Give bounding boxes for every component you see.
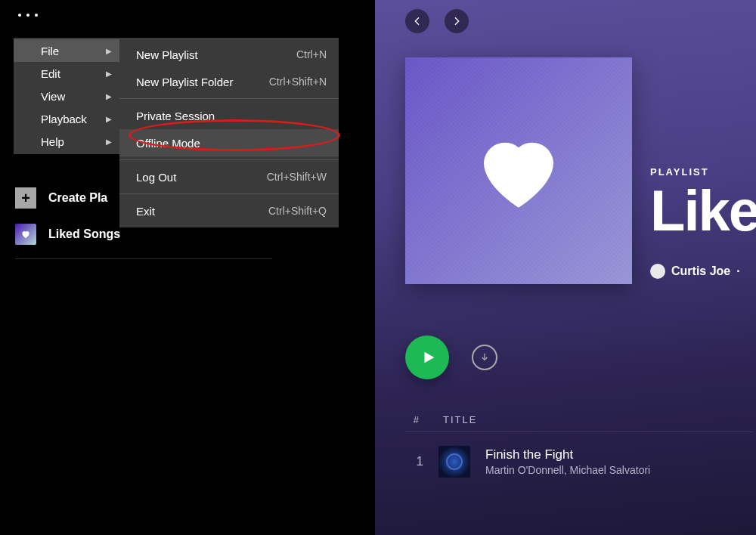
heart-icon: [15, 224, 36, 245]
track-title: Finish the Fight: [485, 447, 650, 462]
main-content: PLAYLIST Like Curtis Joe · # TITLE: [375, 0, 756, 535]
owner-name: Curtis Joe: [671, 264, 730, 278]
track-artist: Martin O'Donnell, Michael Salvatori: [485, 464, 650, 476]
menubar: File ▶ Edit ▶ View ▶ Playback ▶ Help ▶: [14, 38, 119, 154]
sidebar-panel: File ▶ Edit ▶ View ▶ Playback ▶ Help ▶: [0, 0, 375, 535]
menu-separator: [119, 193, 339, 194]
playlist-title: Like: [650, 182, 756, 240]
submenu-private-session[interactable]: Private Session: [119, 102, 339, 129]
file-submenu: New Playlist Ctrl+N New Playlist Folder …: [119, 38, 339, 227]
sidebar-item-label: Create Pla: [48, 191, 107, 205]
avatar: [650, 264, 665, 279]
track-header: # TITLE: [405, 414, 753, 432]
track-thumbnail: [438, 446, 470, 478]
submenu-label: New Playlist: [136, 48, 198, 61]
play-icon: [420, 349, 437, 366]
menu-label: View: [41, 90, 65, 103]
playlist-cover: [405, 57, 632, 284]
chevron-right-icon: ▶: [106, 92, 112, 101]
download-button[interactable]: [472, 345, 497, 370]
submenu-new-playlist-folder[interactable]: New Playlist Folder Ctrl+Shift+N: [119, 68, 339, 95]
window-menu-dots[interactable]: [0, 8, 375, 23]
menu-file[interactable]: File ▶: [14, 39, 119, 62]
owner-sep: ·: [736, 264, 739, 278]
track-number: 1: [405, 454, 423, 469]
shortcut-text: Ctrl+Shift+W: [267, 171, 327, 183]
track-row[interactable]: 1 Finish the Fight Martin O'Donnell, Mic…: [405, 432, 756, 478]
submenu-offline-mode[interactable]: Offline Mode: [119, 129, 339, 156]
menu-label: File: [41, 45, 59, 57]
chevron-right-icon: ▶: [106, 47, 112, 55]
sidebar-item-label: Liked Songs: [48, 227, 120, 241]
menu-separator: [119, 159, 339, 160]
menu-help[interactable]: Help ▶: [14, 130, 119, 153]
col-number: #: [405, 414, 420, 425]
submenu-label: New Playlist Folder: [136, 76, 233, 88]
heart-icon: [469, 122, 568, 220]
divider: [15, 258, 272, 259]
submenu-log-out[interactable]: Log Out Ctrl+Shift+W: [119, 163, 339, 190]
menu-edit[interactable]: Edit ▶: [14, 62, 119, 85]
shortcut-text: Ctrl+Shift+Q: [268, 205, 327, 217]
chevron-right-icon: ▶: [106, 138, 112, 146]
menu-separator: [119, 98, 339, 99]
shortcut-text: Ctrl+Shift+N: [269, 76, 327, 88]
menu-label: Help: [41, 135, 64, 148]
menu-view[interactable]: View ▶: [14, 85, 119, 107]
menu-label: Playback: [41, 113, 87, 125]
nav-forward-button[interactable]: [445, 9, 469, 33]
submenu-exit[interactable]: Exit Ctrl+Shift+Q: [119, 197, 339, 224]
menu-label: Edit: [41, 67, 60, 80]
menu-playback[interactable]: Playback ▶: [14, 107, 119, 130]
shortcut-text: Ctrl+N: [296, 48, 327, 60]
playlist-owner-row[interactable]: Curtis Joe ·: [650, 264, 756, 279]
submenu-label: Private Session: [136, 110, 215, 122]
plus-icon: +: [15, 187, 36, 209]
chevron-right-icon: ▶: [106, 115, 112, 123]
submenu-label: Log Out: [136, 171, 176, 184]
play-button[interactable]: [405, 336, 449, 379]
submenu-label: Exit: [136, 205, 155, 218]
nav-back-button[interactable]: [405, 9, 429, 33]
submenu-label: Offline Mode: [136, 137, 200, 150]
download-icon: [479, 351, 491, 363]
playlist-label: PLAYLIST: [650, 166, 756, 178]
col-title: TITLE: [443, 414, 477, 425]
chevron-right-icon: ▶: [106, 70, 112, 78]
submenu-new-playlist[interactable]: New Playlist Ctrl+N: [119, 41, 339, 68]
